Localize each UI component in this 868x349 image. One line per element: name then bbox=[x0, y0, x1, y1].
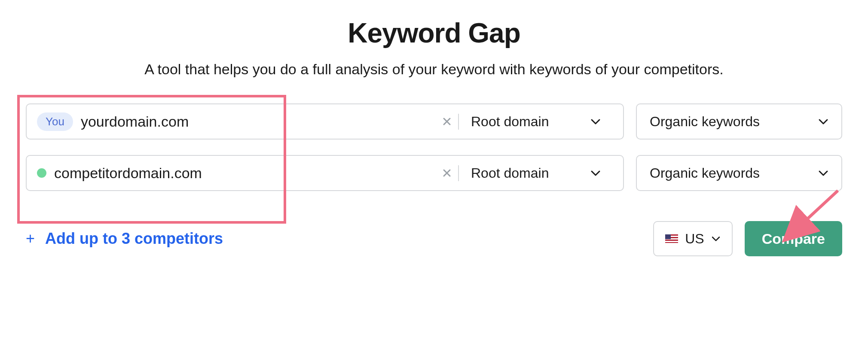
page-subtitle: A tool that helps you do a full analysis… bbox=[26, 61, 842, 78]
competitor-domain-input[interactable] bbox=[54, 165, 435, 182]
domain-row: You Root domain Organic keywords bbox=[26, 103, 842, 140]
add-competitors-label: Add up to 3 competitors bbox=[45, 230, 223, 248]
us-flag-icon bbox=[665, 234, 678, 243]
chevron-down-icon bbox=[590, 170, 601, 176]
chevron-down-icon bbox=[590, 118, 601, 125]
your-domain-box: You Root domain bbox=[26, 103, 624, 140]
footer-right: US Compare bbox=[653, 221, 842, 256]
domain-rows: You Root domain Organic keywords bbox=[26, 103, 842, 191]
scope-label: Root domain bbox=[471, 114, 549, 130]
footer: + Add up to 3 competitors US Compare bbox=[26, 221, 842, 256]
scope-select[interactable]: Root domain bbox=[458, 114, 613, 130]
chevron-down-icon bbox=[711, 236, 721, 242]
scope-select[interactable]: Root domain bbox=[458, 165, 613, 181]
you-badge: You bbox=[37, 112, 73, 131]
chevron-down-icon bbox=[818, 118, 828, 125]
domain-input-wrap bbox=[37, 165, 435, 182]
clear-icon[interactable] bbox=[435, 166, 459, 180]
compare-button[interactable]: Compare bbox=[745, 221, 842, 256]
competitor-dot-icon bbox=[37, 168, 46, 178]
competitor-domain-box: Root domain bbox=[26, 155, 624, 191]
chevron-down-icon bbox=[818, 170, 828, 176]
domain-row: Root domain Organic keywords bbox=[26, 155, 842, 191]
plus-icon: + bbox=[26, 231, 35, 246]
keyword-type-select[interactable]: Organic keywords bbox=[636, 155, 842, 191]
country-label: US bbox=[685, 231, 704, 247]
page-title: Keyword Gap bbox=[26, 17, 842, 49]
clear-icon[interactable] bbox=[435, 114, 459, 129]
country-select[interactable]: US bbox=[653, 221, 732, 256]
domain-input-wrap: You bbox=[37, 112, 435, 131]
keyword-type-select[interactable]: Organic keywords bbox=[636, 103, 842, 140]
keyword-type-label: Organic keywords bbox=[650, 165, 760, 181]
add-competitors-button[interactable]: + Add up to 3 competitors bbox=[26, 230, 223, 248]
scope-label: Root domain bbox=[471, 165, 549, 181]
your-domain-input[interactable] bbox=[81, 113, 435, 130]
header: Keyword Gap A tool that helps you do a f… bbox=[26, 17, 842, 78]
keyword-type-label: Organic keywords bbox=[650, 114, 760, 130]
